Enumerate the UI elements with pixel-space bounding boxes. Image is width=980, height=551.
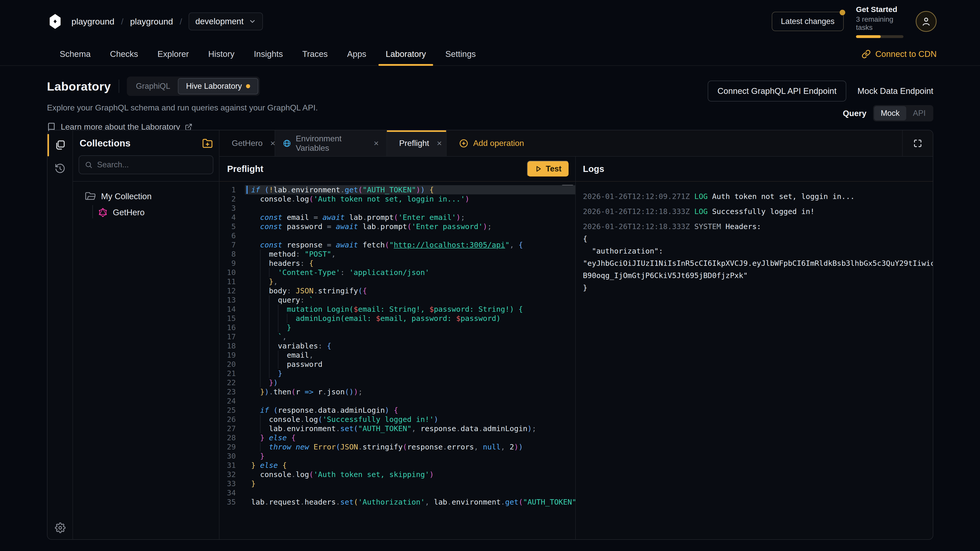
test-button[interactable]: Test bbox=[527, 161, 569, 177]
line-number: 33 bbox=[220, 479, 245, 488]
code-line: 19 email, bbox=[220, 351, 575, 360]
nav-item-checks[interactable]: Checks bbox=[101, 43, 147, 65]
code-line-text[interactable]: console.log('Successfully logged in!') bbox=[245, 415, 575, 424]
segment-api[interactable]: API bbox=[906, 106, 932, 121]
code-line-text[interactable]: lab.request.headers.set('Authorization',… bbox=[245, 497, 575, 507]
breadcrumb-project[interactable]: playground bbox=[130, 17, 173, 27]
close-icon[interactable]: × bbox=[374, 138, 379, 148]
code-line-text[interactable]: const response = await fetch("http://loc… bbox=[245, 240, 575, 249]
code-line-text[interactable]: if (!lab.environment.get("AUTH_TOKEN")) … bbox=[245, 185, 575, 194]
collections-search[interactable] bbox=[79, 156, 213, 174]
laboratory-section-header: Laboratory GraphiQL Hive Laboratory Expl… bbox=[47, 76, 933, 132]
code-line-text[interactable]: password bbox=[245, 360, 575, 369]
logs-panel: Logs 2026-01-26T12:12:09.271Z LOG Auth t… bbox=[576, 157, 933, 540]
indent-guide bbox=[278, 360, 278, 369]
line-number: 21 bbox=[220, 369, 245, 378]
close-icon[interactable]: × bbox=[437, 138, 442, 148]
code-line-text[interactable]: }).then(r => r.json()); bbox=[245, 387, 575, 396]
code-line-text[interactable] bbox=[245, 488, 575, 497]
indent-guide bbox=[260, 369, 261, 378]
nav-item-explorer[interactable]: Explorer bbox=[149, 43, 197, 65]
code-line-text[interactable]: headers: { bbox=[245, 259, 575, 268]
nav-items: SchemaChecksExplorerHistoryInsightsTrace… bbox=[51, 43, 484, 65]
mode-option-graphiql[interactable]: GraphiQL bbox=[128, 79, 178, 94]
history-rail-button[interactable] bbox=[54, 163, 65, 174]
code-line-text[interactable]: } else { bbox=[245, 461, 575, 470]
new-feature-dot bbox=[246, 84, 250, 88]
nav-item-apps[interactable]: Apps bbox=[339, 43, 375, 65]
line-number: 8 bbox=[220, 249, 245, 259]
get-started-widget[interactable]: Get Started 3 remaining tasks bbox=[856, 5, 904, 38]
connect-graphql-endpoint-button[interactable]: Connect GraphQL API Endpoint bbox=[708, 81, 846, 102]
tab-gethero[interactable]: GetHero × bbox=[220, 130, 275, 156]
code-line-text[interactable]: const email = await lab.prompt('Enter em… bbox=[245, 213, 575, 222]
divider bbox=[119, 79, 119, 93]
code-line-text[interactable] bbox=[245, 203, 575, 213]
tab-environment-variables[interactable]: Environment Variables × bbox=[275, 130, 387, 156]
code-line-text[interactable] bbox=[245, 396, 575, 406]
nav-item-settings[interactable]: Settings bbox=[437, 43, 484, 65]
target-select[interactable]: development bbox=[189, 13, 263, 30]
mock-data-endpoint-button[interactable]: Mock Data Endpoint bbox=[858, 86, 933, 96]
code-line-text[interactable]: } bbox=[245, 369, 575, 378]
tab-preflight[interactable]: Preflight × bbox=[387, 130, 447, 156]
code-line-text[interactable]: console.log('Auth token set, skipping') bbox=[245, 470, 575, 479]
tree-indent-line bbox=[92, 205, 93, 218]
code-line-text[interactable] bbox=[245, 231, 575, 240]
connect-to-cdn-link[interactable]: Connect to CDN bbox=[862, 49, 937, 59]
plus-circle-icon bbox=[459, 138, 469, 148]
latest-changes-button[interactable]: Latest changes bbox=[772, 12, 844, 31]
collections-rail-button[interactable] bbox=[54, 140, 65, 151]
mode-option-hive-laboratory[interactable]: Hive Laboratory bbox=[178, 78, 258, 94]
code-line-text[interactable]: throw new Error(JSON.stringify(response.… bbox=[245, 442, 575, 451]
code-line-text[interactable]: } bbox=[245, 479, 575, 488]
code-line: 32 console.log('Auth token set, skipping… bbox=[220, 470, 575, 479]
breadcrumb-org[interactable]: playground bbox=[72, 17, 115, 27]
code-line-text[interactable]: }) bbox=[245, 378, 575, 387]
search-input[interactable] bbox=[97, 160, 207, 169]
code-line-text[interactable]: method: "POST", bbox=[245, 249, 575, 259]
code-line-text[interactable]: `, bbox=[245, 332, 575, 341]
nav-item-laboratory[interactable]: Laboratory bbox=[377, 43, 434, 65]
code-line: 30 } bbox=[220, 451, 575, 461]
operation-item-gethero[interactable]: GetHero bbox=[73, 204, 219, 221]
code-line: 29 throw new Error(JSON.stringify(respon… bbox=[220, 442, 575, 451]
indent-guide bbox=[260, 360, 261, 369]
hive-logo-icon[interactable] bbox=[47, 13, 63, 30]
code-line-text[interactable]: query: ` bbox=[245, 295, 575, 305]
segment-mock[interactable]: Mock bbox=[874, 106, 906, 121]
user-avatar[interactable] bbox=[916, 11, 937, 32]
nav-item-traces[interactable]: Traces bbox=[293, 43, 336, 65]
code-line-text[interactable]: }, bbox=[245, 277, 575, 286]
mock-api-segmented-control: Mock API bbox=[873, 105, 933, 121]
code-line-text[interactable]: } else { bbox=[245, 433, 575, 442]
code-line-text[interactable]: lab.environment.set("AUTH_TOKEN", respon… bbox=[245, 424, 575, 433]
code-line-text[interactable]: adminLogin(email: $email, password: $pas… bbox=[245, 314, 575, 323]
code-line-text[interactable]: } bbox=[245, 323, 575, 332]
code-line-text[interactable]: body: JSON.stringify({ bbox=[245, 286, 575, 295]
settings-rail-button[interactable] bbox=[48, 522, 73, 533]
collection-folder-my-collection[interactable]: My Collection bbox=[73, 189, 219, 204]
code-line: 12 body: JSON.stringify({ bbox=[220, 286, 575, 295]
line-number: 20 bbox=[220, 360, 245, 369]
nav-item-history[interactable]: History bbox=[200, 43, 243, 65]
code-line-text[interactable]: const password = await lab.prompt('Enter… bbox=[245, 222, 575, 231]
nav-item-schema[interactable]: Schema bbox=[51, 43, 99, 65]
code-line-text[interactable]: 'Content-Type': 'application/json' bbox=[245, 268, 575, 277]
code-line-text[interactable]: mutation Login($email: String!, $passwor… bbox=[245, 305, 575, 314]
code-line-text[interactable]: if (response.data.adminLogin) { bbox=[245, 406, 575, 415]
code-line-text[interactable]: email, bbox=[245, 351, 575, 360]
add-operation-button[interactable]: Add operation bbox=[450, 130, 533, 156]
code-line-text[interactable]: console.log('Auth token not set, loggin … bbox=[245, 194, 575, 203]
close-icon[interactable]: × bbox=[270, 138, 275, 148]
page-title: Laboratory bbox=[47, 79, 111, 94]
line-number: 34 bbox=[220, 488, 245, 497]
fullscreen-button[interactable] bbox=[902, 130, 933, 156]
log-entry: 2026-01-26T12:12:18.333Z SYSTEM Headers:… bbox=[583, 221, 933, 294]
log-level-badge: LOG bbox=[694, 207, 712, 216]
code-line-text[interactable]: } bbox=[245, 451, 575, 461]
code-line-text[interactable]: variables: { bbox=[245, 341, 575, 351]
new-collection-folder-plus-icon[interactable] bbox=[202, 138, 213, 149]
code-editor-body[interactable]: 1if (!lab.environment.get("AUTH_TOKEN"))… bbox=[220, 182, 575, 540]
nav-item-insights[interactable]: Insights bbox=[245, 43, 292, 65]
